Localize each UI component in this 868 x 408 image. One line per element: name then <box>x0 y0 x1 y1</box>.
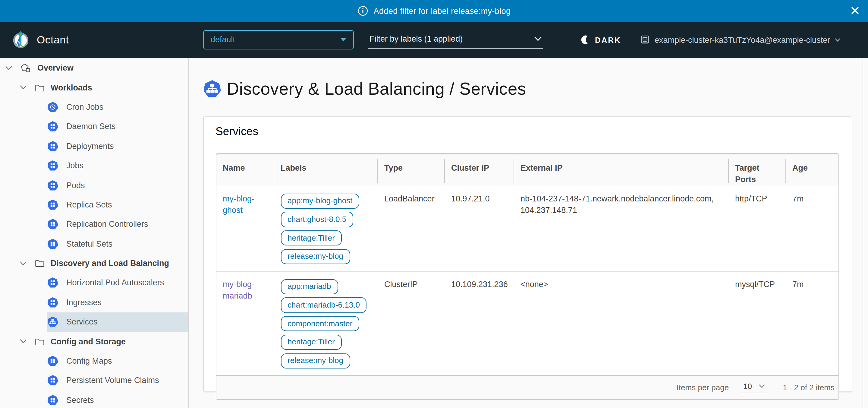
page-title-block: Discovery & Load Balancing / Services <box>204 79 526 98</box>
cell-age: 7m <box>786 271 839 375</box>
replication-controllers-resource-icon <box>48 219 58 230</box>
sidebar-item-daemon-sets[interactable]: Daemon Sets <box>0 117 188 136</box>
cluster-name: example-cluster-ka3TuTzYo4a@example-clus… <box>655 35 830 44</box>
sidebar-item-replication-controllers[interactable]: Replication Controllers <box>0 214 188 234</box>
pods-resource-icon <box>48 180 58 190</box>
label-pill[interactable]: heritage:Tiller <box>281 335 342 350</box>
label-filter-dropdown[interactable]: Filter by labels (1 applied) <box>368 30 543 49</box>
label-pill[interactable]: heritage:Tiller <box>281 230 342 246</box>
theme-toggle[interactable]: DARK <box>581 22 621 58</box>
services-heptagon-icon <box>204 80 221 97</box>
sidebar-item-label: Replica Sets <box>66 200 112 209</box>
chevron-down-icon <box>758 384 765 388</box>
sidebar-item-discovery-and-load-balancing[interactable]: Discovery and Load Balancing <box>0 254 188 273</box>
label-pill[interactable]: release:my-blog <box>281 353 350 369</box>
cell-cluster-ip: 10.109.231.236 <box>444 271 514 375</box>
sidebar-item-label: Secrets <box>66 396 94 405</box>
sidebar-item-ingresses[interactable]: Ingresses <box>0 292 188 312</box>
sidebar-nav: OverviewWorkloadsCron JobsDaemon SetsDep… <box>0 58 188 408</box>
sidebar-item-config-and-storage[interactable]: Config and Storage <box>0 332 188 351</box>
items-per-page-label: Items per page <box>677 383 729 392</box>
deployments-resource-icon <box>48 141 58 151</box>
persistent-volume-claims-resource-icon <box>48 375 58 386</box>
label-pill[interactable]: chart:mariadb-6.13.0 <box>281 298 367 313</box>
items-per-page-select[interactable]: 10 <box>741 382 767 393</box>
cell-external-ip: nb-104-237-148-71.newark.nodebalancer.li… <box>514 186 728 271</box>
table-row-my-blog-ghost: my-blog-ghostapp:my-blog-ghostchart:ghos… <box>216 186 839 271</box>
chevron-down-icon[interactable] <box>20 261 27 266</box>
sidebar-item-label: Config Maps <box>66 356 112 366</box>
service-link[interactable]: my-blog-mariadb <box>223 280 254 300</box>
chevron-down-icon <box>835 38 840 42</box>
scroll-edge-divider <box>863 58 863 408</box>
cell-age: 7m <box>786 186 839 271</box>
ingresses-resource-icon <box>48 297 58 308</box>
sidebar-item-label: Config and Storage <box>51 337 126 346</box>
sidebar-item-workloads[interactable]: Workloads <box>0 78 188 97</box>
stateful-sets-resource-icon <box>48 238 58 249</box>
column-header-external-ip: External IP <box>514 154 728 186</box>
label-pill[interactable]: release:my-blog <box>281 249 350 264</box>
column-header-target-ports: Target Ports <box>728 154 786 186</box>
cell-external-ip: <none> <box>514 271 728 375</box>
sidebar-item-label: Workloads <box>51 83 92 92</box>
cell-labels: app:mariadbchart:mariadb-6.13.0component… <box>274 271 378 375</box>
services-datagrid: NameLabelsTypeCluster IPExternal IPTarge… <box>216 153 839 400</box>
info-circle-icon <box>358 6 368 17</box>
items-per-page-value: 10 <box>743 382 752 391</box>
sidebar-item-stateful-sets[interactable]: Stateful Sets <box>0 234 188 254</box>
sidebar-item-services[interactable]: Services <box>0 312 188 332</box>
page-title: Discovery & Load Balancing / Services <box>227 79 526 98</box>
services-table: NameLabelsTypeCluster IPExternal IPTarge… <box>216 154 839 375</box>
sidebar-item-pods[interactable]: Pods <box>0 175 188 195</box>
sidebar-item-deployments[interactable]: Deployments <box>0 136 188 156</box>
sidebar-item-label: Deployments <box>66 142 114 151</box>
sidebar-item-label: Overview <box>37 63 73 72</box>
sidebar-item-horizontal-pod-autoscalers[interactable]: Horizontal Pod Autoscalers <box>0 273 188 293</box>
label-pill[interactable]: app:mariadb <box>281 279 338 294</box>
chevron-down-icon <box>534 36 542 41</box>
label-pill[interactable]: chart:ghost-8.0.5 <box>281 212 353 227</box>
main-panel: Discovery & Load Balancing / Services Se… <box>188 58 868 408</box>
sidebar-item-secrets[interactable]: Secrets <box>0 390 188 408</box>
close-icon[interactable] <box>850 6 860 15</box>
card-title: Services <box>216 124 258 138</box>
cell-labels: app:my-blog-ghostchart:ghost-8.0.5herita… <box>274 186 378 271</box>
column-header-name: Name <box>216 154 274 186</box>
sidebar-item-label: Pods <box>66 181 85 190</box>
sidebar-item-jobs[interactable]: Jobs <box>0 156 188 175</box>
app-header: Octant default Filter by labels (1 appli… <box>0 22 868 58</box>
sidebar-item-label: Cron Jobs <box>66 103 103 112</box>
host-icon <box>640 35 650 45</box>
column-header-age: Age <box>786 154 839 186</box>
service-link[interactable]: my-blog-ghost <box>223 194 254 214</box>
secrets-resource-icon <box>48 395 58 405</box>
table-row-my-blog-mariadb: my-blog-mariadbapp:mariadbchart:mariadb-… <box>216 271 839 375</box>
cluster-selector[interactable]: example-cluster-ka3TuTzYo4a@example-clus… <box>640 22 840 58</box>
caret-down-icon <box>340 38 346 41</box>
overview-icon <box>21 63 31 73</box>
horizontal-pod-autoscalers-resource-icon <box>48 278 58 288</box>
sidebar-item-overview[interactable]: Overview <box>0 58 188 78</box>
sidebar-item-persistent-volume-claims[interactable]: Persistent Volume Claims <box>0 371 188 390</box>
brand[interactable]: Octant <box>11 22 69 58</box>
cell-type: LoadBalancer <box>378 186 444 271</box>
folder-icon <box>35 84 44 91</box>
notification-text: Added filter for label release:my-blog <box>374 7 511 16</box>
chevron-down-icon[interactable] <box>5 65 12 70</box>
sidebar-item-replica-sets[interactable]: Replica Sets <box>0 195 188 214</box>
folder-icon <box>35 259 44 267</box>
chevron-down-icon[interactable] <box>20 85 27 90</box>
sidebar-item-config-maps[interactable]: Config Maps <box>0 351 188 371</box>
cell-name: my-blog-ghost <box>216 186 274 271</box>
sidebar-item-label: Discovery and Load Balancing <box>51 259 169 268</box>
sidebar-item-label: Replication Controllers <box>66 220 148 229</box>
label-pill[interactable]: app:my-blog-ghost <box>281 193 359 209</box>
sidebar-item-cron-jobs[interactable]: Cron Jobs <box>0 97 188 117</box>
services-resource-icon <box>48 317 58 327</box>
pagination-range: 1 - 2 of 2 items <box>783 383 835 392</box>
sidebar-item-label: Ingresses <box>66 298 101 307</box>
label-pill[interactable]: component:master <box>281 316 359 331</box>
namespace-dropdown[interactable]: default <box>203 30 353 49</box>
chevron-down-icon[interactable] <box>20 339 27 344</box>
